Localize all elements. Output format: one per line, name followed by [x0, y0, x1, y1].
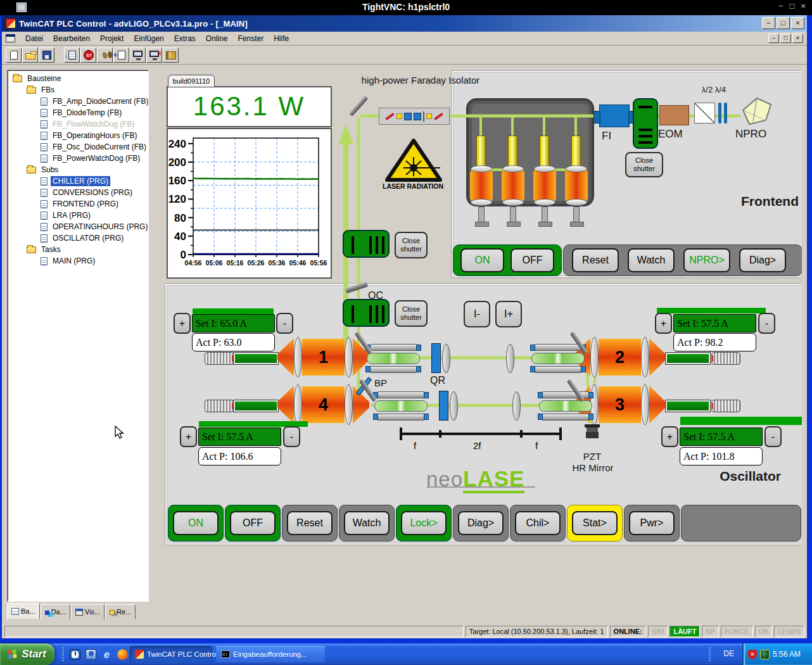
organizer-tab[interactable]: Ba... — [7, 603, 40, 619]
frontend-close-shutter-button[interactable]: Close shutter — [625, 152, 663, 177]
toolbar-button[interactable] — [80, 48, 96, 63]
oscillator-button[interactable]: Pwr> — [629, 511, 675, 535]
messenger-icon[interactable] — [86, 649, 96, 660]
organizer-tab[interactable]: Vis... — [71, 604, 105, 619]
menu-item[interactable]: Bearbeiten — [48, 32, 95, 45]
menu-item[interactable]: Fenster — [233, 32, 269, 45]
oscillator-button[interactable]: Lock> — [401, 511, 447, 535]
mid-close-shutter-button[interactable]: Close shutter — [395, 232, 428, 258]
toolbar-button[interactable] — [130, 48, 146, 63]
vnc-titlebar[interactable]: TightVNC: h1pslctrl0 −□× — [0, 0, 812, 15]
clock-icon[interactable] — [70, 649, 80, 660]
toolbar-button[interactable] — [64, 48, 80, 63]
oscillator-button[interactable]: ON — [173, 511, 219, 535]
vnc-window-control[interactable]: × — [801, 1, 806, 11]
tree-item[interactable]: Bausteine — [9, 73, 148, 84]
oc-close-shutter-button[interactable]: Close shutter — [395, 300, 428, 327]
oscillator-button[interactable]: Watch — [344, 511, 390, 535]
oscillator-button[interactable]: OFF — [230, 511, 276, 535]
mdi-close-button[interactable]: × — [792, 34, 803, 43]
tree-item[interactable]: OSCILLATOR (PRG) — [9, 232, 148, 244]
tree-item[interactable]: FRONTEND (PRG) — [9, 198, 148, 210]
mdi-child-icon[interactable] — [6, 34, 15, 42]
oscillator-button[interactable]: Chil> — [515, 511, 561, 535]
head2-minus-button[interactable]: - — [758, 313, 775, 334]
tree-item[interactable]: FB_FlowWatchDog (FB) — [9, 118, 148, 130]
vnc-window-control[interactable]: − — [778, 1, 783, 11]
oscillator-button-frame: Watch — [339, 505, 395, 542]
frontend-button[interactable]: Reset — [572, 248, 619, 272]
laser-crystal-icon — [666, 353, 710, 364]
toolbar-button[interactable] — [113, 48, 129, 63]
toolbar-button[interactable] — [97, 48, 113, 63]
window-control-button[interactable]: − — [762, 17, 775, 29]
start-button[interactable]: Start — [0, 643, 54, 665]
menu-item[interactable]: Online — [201, 32, 233, 45]
task-button[interactable]: Eingabeaufforderung... — [216, 646, 325, 662]
status-flag: LESEN — [774, 626, 804, 637]
twincat-tray-icon[interactable] — [760, 650, 770, 659]
tree-item[interactable]: FB_Osc_DiodeCurrent (FB) — [9, 141, 148, 153]
tree-item[interactable]: FB_DiodeTemp (FB) — [9, 107, 148, 118]
app-titlebar[interactable]: TwinCAT PLC Control - advLIGO_PLCv3.1a.p… — [2, 15, 807, 32]
head2-level-bar — [657, 308, 766, 314]
head4-minus-button[interactable]: - — [283, 426, 300, 447]
pump-amplifier-icon — [502, 167, 524, 204]
tree-item[interactable]: FBs — [9, 84, 148, 96]
tree-item[interactable]: CHILLER (PRG) — [9, 175, 148, 187]
frontend-button[interactable]: OFF — [511, 248, 554, 272]
amp-head-number: 4 — [319, 395, 328, 415]
security-alert-icon[interactable] — [748, 650, 757, 659]
current-decrease-button[interactable]: I- — [464, 301, 490, 327]
workspace: Bausteine FBs FB_Amp_DiodeCurrent (FB) — [2, 65, 807, 624]
tree-item-label: Bausteine — [25, 73, 63, 84]
window-control-button[interactable]: □ — [777, 17, 790, 29]
tree-item-icon — [41, 223, 48, 231]
tree-item[interactable]: CONVERSIONS (PRG) — [9, 187, 148, 198]
head3-minus-button[interactable]: - — [764, 426, 782, 447]
menu-item[interactable]: Extras — [169, 32, 201, 45]
menu-item[interactable]: Projekt — [95, 32, 129, 45]
toolbar-button[interactable] — [146, 48, 162, 63]
svg-text:40: 40 — [174, 231, 186, 243]
menu-item[interactable]: Datei — [20, 32, 48, 45]
tree-item[interactable]: FB_OperatingHours (FB) — [9, 130, 148, 141]
frontend-button[interactable]: NPRO> — [683, 248, 730, 272]
current-increase-button[interactable]: I+ — [495, 301, 522, 327]
tree-item[interactable]: OPERATINGHOURS (PRG) — [9, 221, 148, 232]
tree-item[interactable]: Tasks — [9, 244, 148, 255]
task-button[interactable]: TwinCAT PLC Control ... — [130, 646, 212, 662]
ie-icon[interactable] — [101, 649, 112, 660]
organizer-tab[interactable]: Da... — [41, 604, 70, 619]
frontend-button[interactable]: Diag> — [739, 248, 786, 272]
head1-minus-button[interactable]: - — [276, 313, 293, 334]
mdi-restore-button[interactable]: □ — [780, 34, 791, 43]
window-control-button[interactable]: × — [791, 17, 804, 29]
mdi-minimize-button[interactable]: − — [768, 34, 779, 43]
tree-item[interactable]: FB_Amp_DiodeCurrent (FB) — [9, 96, 148, 107]
tree-item[interactable]: Subs — [9, 164, 148, 175]
oscillator-button[interactable]: Diag> — [458, 511, 504, 535]
firefox-icon[interactable] — [117, 649, 128, 660]
toolbar-button[interactable] — [6, 48, 22, 63]
oscillator-button[interactable]: Stat> — [572, 511, 618, 535]
organizer-tab[interactable]: Re... — [105, 604, 136, 619]
oscillator-button[interactable]: Reset — [287, 511, 333, 535]
frontend-button[interactable]: ON — [460, 248, 504, 272]
head2-plus-button[interactable]: + — [655, 313, 672, 334]
toolbar-button[interactable] — [22, 48, 38, 63]
language-indicator[interactable]: DE — [723, 649, 734, 658]
tree-item-icon — [41, 132, 48, 140]
tree-item[interactable]: FB_PowerWatchDog (FB) — [9, 153, 148, 164]
head3-plus-button[interactable]: + — [661, 426, 678, 447]
tree-item[interactable]: LRA (PRG) — [9, 210, 148, 221]
head4-plus-button[interactable]: + — [180, 426, 197, 447]
frontend-button[interactable]: Watch — [628, 248, 675, 272]
vnc-window-control[interactable]: □ — [790, 1, 795, 11]
menu-item[interactable]: Hilfe — [269, 32, 294, 45]
head1-plus-button[interactable]: + — [174, 313, 191, 334]
menu-item[interactable]: Einfügen — [129, 32, 168, 45]
toolbar-button[interactable] — [163, 48, 179, 63]
tree-item[interactable]: MAIN (PRG) — [9, 255, 148, 267]
toolbar-button[interactable] — [39, 48, 54, 63]
